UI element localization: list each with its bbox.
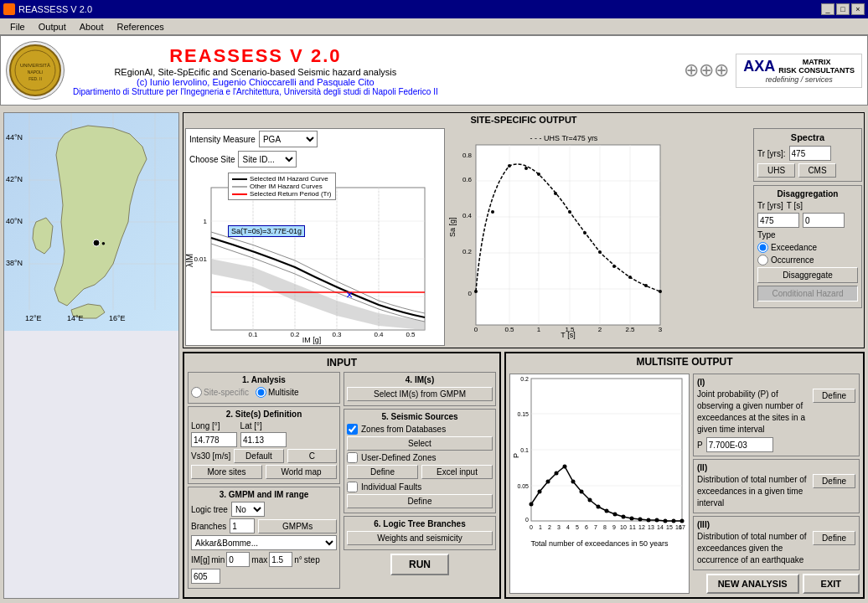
- analysis-title: 1. Analysis: [191, 375, 337, 384]
- section3-text: Distribution of total number of exceedan…: [697, 531, 809, 566]
- svg-point-65: [524, 167, 528, 170]
- select-im-button[interactable]: Select IM(s) from GMPM: [347, 387, 493, 401]
- default-button[interactable]: Default: [234, 449, 283, 463]
- exceedance-radio[interactable]: [757, 242, 768, 253]
- svg-text:7: 7: [594, 524, 597, 530]
- svg-text:2: 2: [598, 326, 602, 333]
- select-button[interactable]: Select: [347, 436, 493, 451]
- im-select[interactable]: PGA Sa(T): [259, 131, 318, 147]
- svg-text:●: ●: [101, 240, 106, 247]
- spectra-title: Spectra: [757, 132, 858, 142]
- run-button[interactable]: RUN: [390, 554, 449, 575]
- plot-x-label: Total number of exceedances in 50 years: [510, 538, 689, 549]
- spectra-svg: - - - UHS Tr=475 yrs Sa [g] T [s]: [447, 128, 669, 346]
- individual-checkbox[interactable]: [347, 482, 358, 492]
- svg-text:FED. II: FED. II: [28, 76, 42, 81]
- lat-label: Lat [°]: [240, 421, 262, 430]
- more-sites-button[interactable]: More sites: [191, 465, 262, 479]
- cms-button[interactable]: CMS: [798, 163, 836, 178]
- svg-text:3: 3: [659, 326, 663, 333]
- svg-point-95: [555, 472, 559, 476]
- svg-text:14°E: 14°E: [67, 314, 84, 322]
- p-value-input[interactable]: [706, 437, 773, 452]
- svg-text:0.1: 0.1: [248, 331, 258, 338]
- multisite-container: MULTISITE OUTPUT P: [504, 352, 865, 599]
- uhs-button[interactable]: UHS: [757, 163, 795, 178]
- svg-point-97: [571, 480, 576, 484]
- svg-point-66: [537, 173, 540, 176]
- input-title: INPUT: [188, 357, 496, 368]
- svg-text:0.5: 0.5: [406, 331, 416, 338]
- n-input[interactable]: [191, 569, 220, 584]
- svg-text:0.4: 0.4: [374, 331, 384, 338]
- site-specific-radio[interactable]: [191, 387, 202, 398]
- svg-point-108: [664, 519, 668, 523]
- latitude-input[interactable]: [240, 432, 287, 447]
- site-specific-panel: SITE-SPECIFIC OUTPUT Intensity Measure P…: [183, 112, 865, 348]
- multisite-radio[interactable]: [256, 387, 266, 398]
- spectra-plot-container: - - - UHS Tr=475 yrs Sa [g] T [s]: [447, 128, 752, 346]
- im-s-title: 4. IM(s): [347, 375, 493, 384]
- menu-references[interactable]: References: [111, 20, 171, 34]
- user-zones-checkbox[interactable]: [347, 452, 358, 463]
- menu-file[interactable]: File: [3, 20, 32, 34]
- site-select[interactable]: Site ID...: [238, 151, 297, 168]
- new-analysis-button[interactable]: NEW ANALYSIS: [706, 574, 799, 594]
- menu-about[interactable]: About: [73, 20, 111, 34]
- title-bar: REASSESS V 2.0 _ □ ×: [0, 0, 868, 18]
- longitude-input[interactable]: [191, 432, 237, 447]
- minimize-button[interactable]: _: [821, 3, 834, 15]
- university-logo: UNIVERSITÀ NAPOLI FED. II: [6, 41, 65, 100]
- svg-text:0.2: 0.2: [520, 376, 529, 382]
- svg-point-92: [530, 502, 534, 507]
- department: Dipartimento di Strutture per l'Ingegner…: [73, 87, 438, 96]
- matrix-logo: AXA MATRIX RISK CONSULTANTS redefining /…: [736, 54, 862, 88]
- define-button-iii[interactable]: Define: [813, 531, 855, 545]
- map-container[interactable]: ● 44°N 42°N 40°N 38°N 12°E 14°E 16°E: [4, 113, 178, 331]
- svg-text:42°N: 42°N: [6, 175, 23, 183]
- define-button-ii[interactable]: Define: [813, 474, 855, 488]
- tr-input[interactable]: [789, 146, 831, 161]
- logic-tree-select[interactable]: No Yes: [231, 502, 265, 517]
- min-input[interactable]: [226, 552, 250, 567]
- svg-text:NAPOLI: NAPOLI: [27, 70, 42, 75]
- svg-text:IM [g]: IM [g]: [302, 336, 322, 344]
- svg-text:15: 15: [666, 524, 673, 530]
- gmpm-select[interactable]: Akkar&Bomme...: [191, 535, 337, 550]
- disaggregate-button[interactable]: Disaggregate: [757, 267, 858, 283]
- map-panel: ● 44°N 42°N 40°N 38°N 12°E 14°E 16°E: [3, 112, 179, 599]
- tr-dis-input[interactable]: [757, 213, 799, 228]
- occurrence-radio[interactable]: [757, 255, 768, 265]
- svg-point-102: [613, 513, 617, 517]
- svg-point-99: [588, 498, 592, 502]
- im-range-label: IM[g]: [191, 555, 209, 564]
- svg-point-71: [612, 265, 616, 268]
- close-button[interactable]: ×: [851, 3, 865, 15]
- svg-text:0: 0: [474, 326, 478, 333]
- max-input[interactable]: [269, 552, 292, 567]
- define-button-2[interactable]: Define: [347, 494, 493, 508]
- hazard-curve-svg: λIM IM [g]: [186, 183, 437, 347]
- section2-title: (II): [697, 463, 855, 472]
- branches-input[interactable]: [230, 518, 255, 533]
- maximize-button[interactable]: □: [836, 3, 850, 15]
- logic-tree-label: Logic tree: [191, 505, 228, 514]
- authors: (c) Iunio Iervolino, Eugenio Chioccarell…: [73, 77, 438, 87]
- menu-output[interactable]: Output: [32, 20, 73, 34]
- exceedance-label: Exceedance: [771, 243, 817, 252]
- zones-checkbox[interactable]: [347, 424, 358, 435]
- t-dis-input[interactable]: [803, 213, 845, 228]
- exit-button[interactable]: EXIT: [803, 574, 860, 594]
- define-button-1[interactable]: Define: [347, 465, 418, 479]
- gmpms-button[interactable]: GMPMs: [258, 519, 337, 533]
- c-button[interactable]: C: [287, 449, 337, 463]
- world-map-button[interactable]: World map: [266, 465, 337, 479]
- svg-text:14: 14: [657, 524, 664, 530]
- logic-title: 6. Logic Tree Branches: [347, 519, 493, 528]
- svg-point-105: [638, 518, 643, 522]
- app-title: REASSESS V 2.0: [73, 45, 438, 67]
- excel-button[interactable]: Excel input: [421, 465, 493, 479]
- weights-button[interactable]: Weights and seismicity: [347, 531, 493, 545]
- define-button-i[interactable]: Define: [813, 389, 855, 403]
- section1-title: (I): [697, 378, 855, 387]
